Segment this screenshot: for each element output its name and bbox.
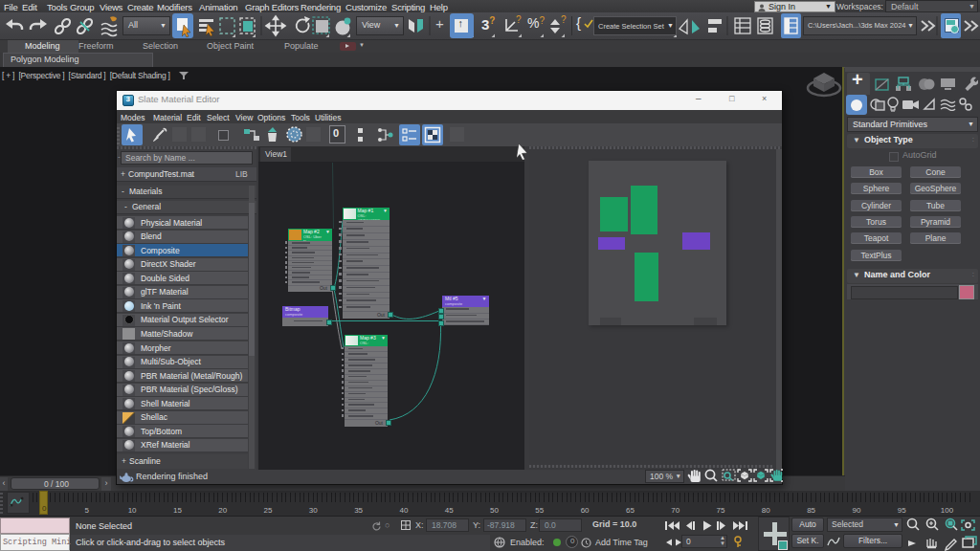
svg-text:35: 35: [354, 506, 363, 515]
svg-text:55: 55: [535, 506, 544, 515]
svg-text:75: 75: [717, 506, 725, 515]
svg-text:80: 80: [762, 506, 770, 515]
svg-text:25: 25: [264, 506, 273, 515]
svg-text:5: 5: [85, 506, 90, 515]
svg-text:15: 15: [173, 506, 182, 515]
svg-text:60: 60: [581, 506, 590, 515]
svg-text:100: 100: [941, 506, 954, 515]
svg-text:30: 30: [309, 506, 318, 515]
svg-text:40: 40: [399, 506, 408, 515]
svg-text:10: 10: [128, 506, 137, 515]
svg-text:65: 65: [626, 506, 635, 515]
svg-text:85: 85: [807, 506, 815, 515]
svg-text:45: 45: [445, 506, 454, 515]
svg-text:70: 70: [671, 506, 679, 515]
svg-text:95: 95: [898, 506, 906, 515]
svg-text:90: 90: [852, 506, 860, 515]
svg-text:50: 50: [490, 506, 499, 515]
svg-text:20: 20: [218, 506, 227, 515]
